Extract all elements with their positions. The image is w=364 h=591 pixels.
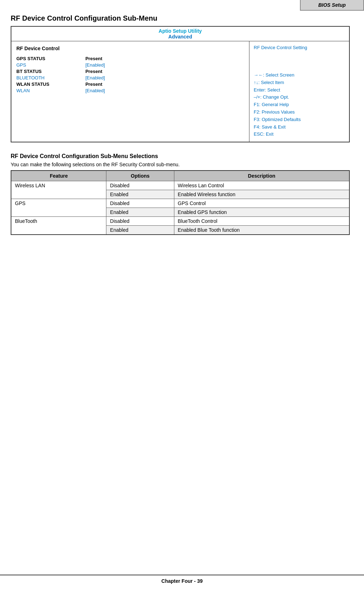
help-esc: ESC: Exit bbox=[254, 131, 345, 138]
table-header-row: Feature Options Description bbox=[11, 171, 349, 181]
help-enter: Enter: Select bbox=[254, 87, 345, 94]
wlan-status-label: WLAN STATUS bbox=[16, 82, 84, 87]
bluetooth-value: [Enabled] bbox=[85, 75, 105, 80]
footer-text: Chapter Four - 39 bbox=[162, 578, 203, 584]
table-row: Wireless LAN Disabled Wireless Lan Contr… bbox=[11, 181, 349, 190]
bios-header-bar: BIOS Setup bbox=[300, 0, 364, 11]
bios-left-panel: RF Device Control GPS STATUS Present GPS… bbox=[11, 41, 249, 142]
desc-bt-enabled: Enabled Blue Tooth function bbox=[174, 226, 349, 235]
page-footer: Chapter Four - 39 bbox=[0, 575, 364, 584]
bt-status-label: BT STATUS bbox=[16, 69, 84, 74]
bios-setup-box: Aptio Setup Utility Advanced RF Device C… bbox=[11, 26, 350, 142]
bt-status-row: BT STATUS Present bbox=[16, 68, 244, 74]
wlan-value: [Enabled] bbox=[85, 88, 105, 93]
option-wlan-enabled: Enabled bbox=[106, 190, 174, 199]
bluetooth-row: BLUETOOTH [Enabled] bbox=[16, 75, 244, 80]
bt-status-value: Present bbox=[85, 69, 102, 74]
table-row: GPS Disabled GPS Control bbox=[11, 199, 349, 208]
table-row: BlueTooth Disabled BlueTooth Control bbox=[11, 217, 349, 226]
selections-section: RF Device Control Configuration Sub-Menu… bbox=[11, 153, 350, 235]
option-gps-enabled: Enabled bbox=[106, 208, 174, 217]
col-feature: Feature bbox=[11, 171, 106, 181]
bios-box-body: RF Device Control GPS STATUS Present GPS… bbox=[11, 41, 349, 142]
help-f2: F2: Previous Values bbox=[254, 109, 345, 116]
help-f4: F4: Save & Exit bbox=[254, 124, 345, 131]
help-change-opt: –/+: Change Opt. bbox=[254, 94, 345, 101]
gps-value: [Enabled] bbox=[85, 62, 105, 68]
help-f1: F1: General Help bbox=[254, 101, 345, 109]
bios-box-header: Aptio Setup Utility Advanced bbox=[11, 27, 349, 41]
selections-title: RF Device Control Configuration Sub-Menu… bbox=[11, 153, 350, 159]
option-bt-enabled: Enabled bbox=[106, 226, 174, 235]
help-select-screen: →←: Select Screen bbox=[254, 72, 345, 79]
page-title: RF Device Control Configuration Sub-Menu bbox=[11, 14, 350, 22]
help-f3: F3: Optimized Defaults bbox=[254, 116, 345, 124]
gps-label[interactable]: GPS bbox=[16, 62, 84, 68]
wlan-status-row: WLAN STATUS Present bbox=[16, 81, 244, 87]
gps-status-value: Present bbox=[85, 56, 102, 61]
option-wlan-disabled: Disabled bbox=[106, 181, 174, 190]
bios-right-panel: RF Device Control Setting →←: Select Scr… bbox=[249, 41, 349, 142]
desc-gps-control: GPS Control bbox=[174, 199, 349, 208]
feature-wireless-lan: Wireless LAN bbox=[11, 181, 106, 199]
wlan-row: WLAN [Enabled] bbox=[16, 88, 244, 93]
wlan-label[interactable]: WLAN bbox=[16, 88, 84, 93]
desc-wlan-control: Wireless Lan Control bbox=[174, 181, 349, 190]
option-bt-disabled: Disabled bbox=[106, 217, 174, 226]
desc-bt-control: BlueTooth Control bbox=[174, 217, 349, 226]
menu-tab: Advanced bbox=[11, 34, 349, 40]
bluetooth-label[interactable]: BLUETOOTH bbox=[16, 75, 84, 80]
feature-gps: GPS bbox=[11, 199, 106, 217]
wlan-status-value: Present bbox=[85, 82, 102, 87]
help-select-item: ↑↓: Select Item bbox=[254, 79, 345, 87]
desc-wlan-enabled: Enabled Wireless function bbox=[174, 190, 349, 199]
col-description: Description bbox=[174, 171, 349, 181]
bios-section-label: RF Device Control bbox=[16, 46, 244, 51]
right-help-list: →←: Select Screen ↑↓: Select Item Enter:… bbox=[254, 72, 345, 138]
feature-bluetooth: BlueTooth bbox=[11, 217, 106, 235]
desc-gps-enabled: Enabled GPS function bbox=[174, 208, 349, 217]
gps-status-label: GPS STATUS bbox=[16, 56, 84, 61]
gps-status-row: GPS STATUS Present bbox=[16, 56, 244, 61]
col-options: Options bbox=[106, 171, 174, 181]
option-gps-disabled: Disabled bbox=[106, 199, 174, 208]
selections-table: Feature Options Description Wireless LAN… bbox=[11, 170, 350, 235]
selections-description: You can make the following selections on… bbox=[11, 162, 350, 167]
bios-header-title: BIOS Setup bbox=[318, 2, 345, 8]
right-section-title: RF Device Control Setting bbox=[254, 45, 345, 50]
utility-title: Aptio Setup Utility bbox=[11, 28, 349, 34]
gps-row: GPS [Enabled] bbox=[16, 62, 244, 68]
